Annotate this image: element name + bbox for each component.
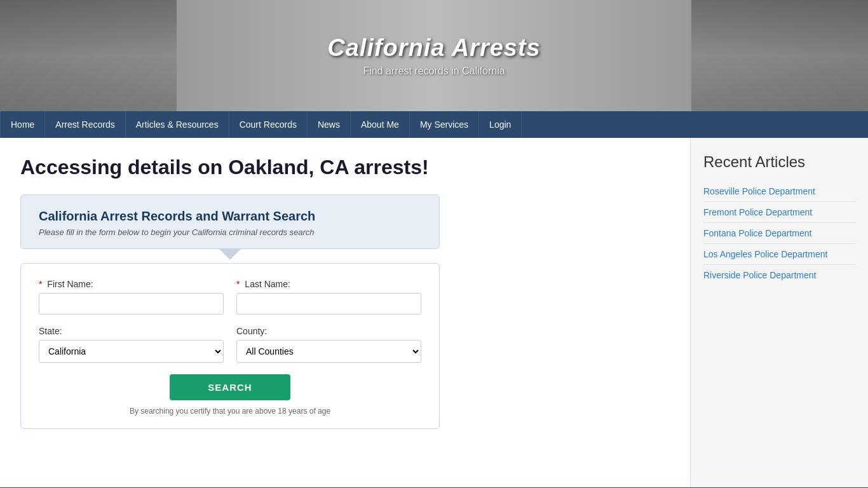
main-container: Accessing details on Oakland, CA arrests… [0,138,868,487]
first-name-required: * [39,279,42,289]
header-hands-left [0,0,178,111]
header-hands-right [690,0,868,111]
county-select[interactable]: All Counties [236,340,421,363]
page-title: Accessing details on Oakland, CA arrests… [20,156,670,179]
last-name-label: * Last Name: [236,279,421,289]
nav-court-records[interactable]: Court Records [229,111,308,138]
last-name-group: * Last Name: [236,279,421,315]
state-label: State: [39,326,224,336]
header-content: California Arrests Find arrest records i… [327,34,540,77]
sidebar-link-losangeles[interactable]: Los Angeles Police Department [703,244,855,265]
search-box-title: California Arrest Records and Warrant Se… [39,209,421,224]
header: California Arrests Find arrest records i… [0,0,868,111]
location-row: State: California County: All Counties [39,326,421,363]
search-box-subtitle: Please fill in the form below to begin y… [39,227,421,237]
sidebar: Recent Articles Roseville Police Departm… [690,138,868,487]
nav-home[interactable]: Home [0,111,45,138]
subtitle-start: Please fill in the form below to begin y… [39,227,192,237]
nav-arrest-records[interactable]: Arrest Records [45,111,125,138]
nav-services[interactable]: My Services [410,111,479,138]
nav-news[interactable]: News [308,111,351,138]
form-disclaimer: By searching you certify that you are ab… [39,407,421,416]
first-name-group: * First Name: [39,279,224,315]
search-box-header: California Arrest Records and Warrant Se… [20,194,440,249]
state-select[interactable]: California [39,340,224,363]
name-row: * First Name: * Last Name: [39,279,421,315]
main-nav: Home Arrest Records Articles & Resources… [0,111,868,138]
sidebar-link-fontana[interactable]: Fontana Police Department [703,223,855,244]
search-form: * First Name: * Last Name: State: [20,263,440,429]
last-name-input[interactable] [236,293,421,315]
first-name-input[interactable] [39,293,224,315]
site-subtitle: Find arrest records in California [327,65,540,77]
sidebar-link-fremont[interactable]: Fremont Police Department [703,202,855,223]
nav-articles[interactable]: Articles & Resources [126,111,229,138]
state-group: State: California [39,326,224,363]
subtitle-end: criminal records search [227,227,315,237]
subtitle-em: California [192,227,227,237]
content-area: Accessing details on Oakland, CA arrests… [0,138,690,487]
nav-login[interactable]: Login [479,111,522,138]
sidebar-link-roseville[interactable]: Roseville Police Department [703,181,855,202]
county-group: County: All Counties [236,326,421,363]
first-name-label: * First Name: [39,279,224,289]
sidebar-title: Recent Articles [703,153,855,171]
nav-about-me[interactable]: About Me [351,111,410,138]
county-label: County: [236,326,421,336]
search-button[interactable]: SEARCH [170,374,290,400]
sidebar-link-riverside[interactable]: Riverside Police Department [703,265,855,285]
last-name-required: * [236,279,240,289]
site-title: California Arrests [327,34,540,62]
